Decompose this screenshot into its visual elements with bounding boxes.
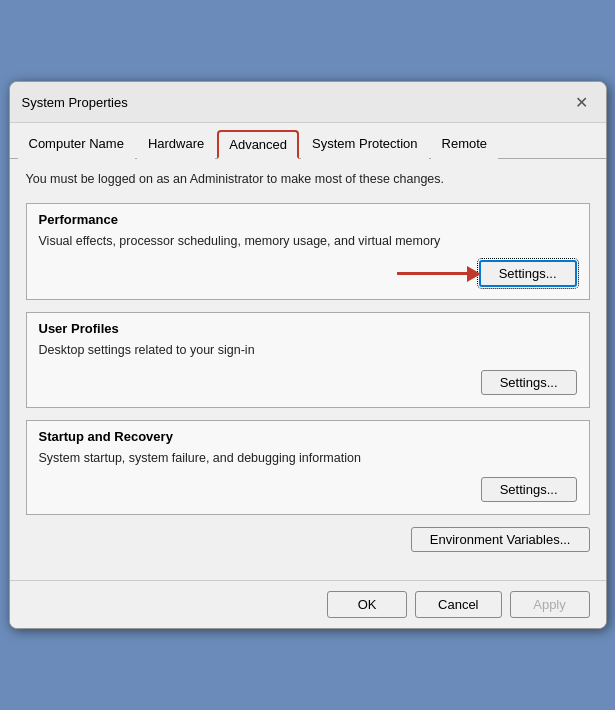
performance-title: Performance (39, 212, 577, 227)
tab-system-protection[interactable]: System Protection (301, 130, 429, 159)
arrow-head (467, 266, 481, 282)
user-profiles-btn-row: Settings... (39, 370, 577, 395)
arrow-line (397, 272, 467, 275)
tab-content: You must be logged on as an Administrato… (10, 159, 606, 580)
arrow-graphic (397, 266, 481, 282)
tab-advanced[interactable]: Advanced (217, 130, 299, 159)
admin-notice: You must be logged on as an Administrato… (26, 171, 590, 189)
system-properties-dialog: System Properties ✕ Computer Name Hardwa… (9, 81, 607, 629)
tab-hardware[interactable]: Hardware (137, 130, 215, 159)
startup-recovery-title: Startup and Recovery (39, 429, 577, 444)
ok-button[interactable]: OK (327, 591, 407, 618)
dialog-footer: OK Cancel Apply (10, 580, 606, 628)
performance-settings-button[interactable]: Settings... (479, 260, 577, 287)
startup-recovery-btn-row: Settings... (39, 477, 577, 502)
apply-button[interactable]: Apply (510, 591, 590, 618)
title-bar: System Properties ✕ (10, 82, 606, 123)
dialog-title: System Properties (22, 95, 128, 110)
env-variables-row: Environment Variables... (26, 527, 590, 552)
performance-desc: Visual effects, processor scheduling, me… (39, 233, 577, 251)
user-profiles-settings-button[interactable]: Settings... (481, 370, 577, 395)
cancel-button[interactable]: Cancel (415, 591, 501, 618)
environment-variables-button[interactable]: Environment Variables... (411, 527, 590, 552)
startup-recovery-desc: System startup, system failure, and debu… (39, 450, 577, 468)
user-profiles-title: User Profiles (39, 321, 577, 336)
tab-computer-name[interactable]: Computer Name (18, 130, 135, 159)
startup-recovery-settings-button[interactable]: Settings... (481, 477, 577, 502)
arrow-indicator (397, 266, 481, 282)
tab-bar: Computer Name Hardware Advanced System P… (10, 123, 606, 159)
user-profiles-desc: Desktop settings related to your sign-in (39, 342, 577, 360)
close-button[interactable]: ✕ (570, 90, 594, 114)
performance-section: Performance Visual effects, processor sc… (26, 203, 590, 301)
startup-recovery-section: Startup and Recovery System startup, sys… (26, 420, 590, 516)
performance-btn-row: Settings... (39, 260, 577, 287)
user-profiles-section: User Profiles Desktop settings related t… (26, 312, 590, 408)
tab-remote[interactable]: Remote (431, 130, 499, 159)
